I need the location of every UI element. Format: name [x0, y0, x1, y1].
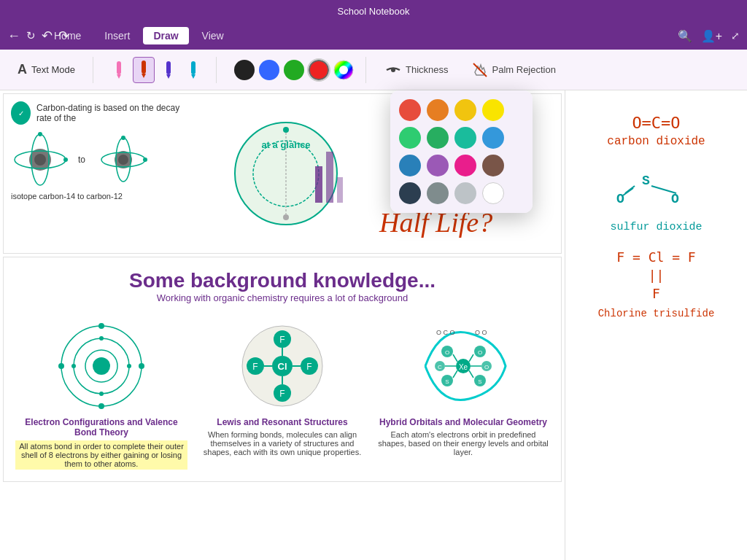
carbon-dating-label: Carbon-dating is based on the decay rate… — [36, 103, 193, 123]
svg-line-86 — [651, 186, 676, 193]
svg-point-37 — [98, 323, 104, 329]
cp-red[interactable] — [399, 99, 421, 121]
card-hybrid-title: Hybrid Orbitals and Molecular Geometry — [377, 417, 549, 427]
svg-point-38 — [98, 403, 104, 409]
color-black[interactable] — [234, 60, 255, 80]
add-user-icon[interactable]: 👤+ — [701, 29, 722, 43]
name-co2: carbon dioxide — [580, 135, 732, 148]
color-blue[interactable] — [259, 60, 279, 80]
svg-text:S: S — [445, 378, 449, 385]
card-lewis-desc: When forming bonds, molecules can align … — [196, 430, 368, 456]
right-panel: O=C=O carbon dioxide S O O sulfur dioxid… — [565, 90, 747, 560]
tab-insert[interactable]: Insert — [94, 27, 140, 44]
isotope-text: isotope carbon-14 to carbon-12 — [11, 192, 193, 201]
clf3-line1: F = Cl = F — [580, 248, 732, 266]
cp-purple[interactable] — [427, 155, 449, 176]
svg-line-76 — [453, 370, 457, 378]
svg-point-28 — [283, 214, 289, 220]
isotope-label: to — [78, 155, 85, 165]
palm-rejection-icon — [472, 62, 488, 78]
svg-text:F: F — [279, 335, 285, 345]
bg-subtitle: Working with organic chemistry requires … — [15, 292, 549, 303]
svg-rect-30 — [315, 166, 322, 203]
cp-light-green[interactable] — [399, 127, 421, 149]
clf3-line3: F — [580, 284, 732, 303]
cp-blue[interactable] — [399, 155, 421, 176]
svg-point-27 — [283, 127, 289, 133]
svg-point-36 — [93, 357, 110, 375]
text-mode-button[interactable]: A Text Mode — [12, 59, 81, 80]
tab-draw[interactable]: Draw — [143, 27, 188, 44]
separator-2 — [216, 57, 217, 83]
name-clf3: Chlorine trisulfide — [580, 308, 732, 319]
color-picker-popup[interactable] — [390, 90, 533, 213]
cp-white[interactable] — [482, 182, 504, 204]
palm-rejection-button[interactable]: Palm Rejection — [465, 59, 563, 81]
svg-rect-32 — [337, 177, 343, 203]
svg-text:O    O: O O — [475, 329, 487, 336]
cp-gray-dark[interactable] — [427, 182, 449, 204]
cp-light-blue[interactable] — [482, 127, 504, 149]
pen-group — [108, 57, 204, 83]
name-so2: sulfur dioxide — [580, 221, 732, 233]
color-green[interactable] — [284, 60, 304, 80]
redo-icon[interactable]: ↷ — [58, 28, 69, 44]
svg-rect-4 — [166, 61, 171, 74]
card-hybrid: Xe O O S S C — [377, 315, 549, 470]
clf3-line2: || — [580, 266, 732, 284]
thickness-button[interactable]: Thickness — [378, 59, 456, 81]
cp-brown[interactable] — [482, 155, 504, 176]
pen-cyan[interactable] — [182, 57, 204, 83]
svg-rect-2 — [142, 61, 146, 74]
svg-marker-1 — [117, 74, 121, 79]
cp-yellow-warm[interactable] — [454, 99, 476, 121]
tab-view[interactable]: View — [192, 27, 234, 44]
so2-diagram: S O O — [580, 163, 733, 221]
cp-yellow[interactable] — [482, 99, 504, 121]
svg-rect-31 — [326, 152, 333, 203]
pen-pink[interactable] — [108, 57, 130, 83]
background-knowledge-section: Some background knowledge... Working wit… — [3, 257, 562, 482]
card-electron-desc: All atoms bond in order to complete thei… — [15, 440, 187, 470]
color-wheel[interactable] — [333, 60, 354, 80]
cp-pink[interactable] — [454, 155, 476, 176]
lewis-diagram: Cl F F F F — [196, 315, 368, 417]
cp-dark[interactable] — [399, 182, 421, 204]
lewis-svg: Cl F F F F — [235, 319, 330, 413]
back-icon[interactable]: ← — [7, 28, 20, 44]
svg-point-13 — [34, 154, 46, 166]
svg-point-10 — [391, 68, 395, 72]
svg-text:F: F — [306, 362, 311, 372]
svg-point-43 — [71, 364, 76, 368]
title-bar: School Notebook — [0, 0, 747, 22]
svg-text:O: O — [477, 349, 481, 356]
svg-marker-7 — [191, 74, 196, 79]
card-electron-title: Electron Configurations and Valence Bond… — [15, 417, 187, 438]
svg-point-19 — [118, 155, 128, 165]
svg-text:S: S — [478, 378, 481, 385]
isotope-detail: isotope carbon-14 to carbon-12 — [11, 192, 123, 201]
sync-icon[interactable]: ↻ — [26, 29, 36, 42]
svg-text:F: F — [279, 389, 285, 399]
search-icon[interactable]: 🔍 — [678, 29, 692, 43]
atom-c14 — [11, 131, 69, 189]
cp-teal[interactable] — [454, 127, 476, 149]
icon-circle: ✓ — [11, 101, 31, 125]
minimize-icon[interactable]: ⤢ — [731, 30, 740, 42]
electron-svg — [54, 319, 149, 413]
undo-icon[interactable]: ↶ — [42, 28, 53, 44]
pen-red[interactable] — [133, 57, 155, 83]
svg-line-75 — [469, 354, 473, 362]
toolbar: A Text Mode — [0, 50, 747, 90]
text-mode-icon: A — [18, 62, 27, 77]
glance-svg: at a glance — [220, 108, 352, 239]
svg-text:S: S — [642, 174, 650, 188]
cp-green[interactable] — [427, 127, 449, 149]
cp-orange[interactable] — [427, 99, 449, 121]
pen-purple[interactable] — [158, 57, 179, 83]
svg-rect-0 — [117, 61, 121, 74]
separator-3 — [365, 57, 366, 83]
svg-text:F: F — [252, 362, 258, 372]
color-red[interactable] — [309, 60, 329, 80]
cp-gray-light[interactable] — [454, 182, 476, 204]
